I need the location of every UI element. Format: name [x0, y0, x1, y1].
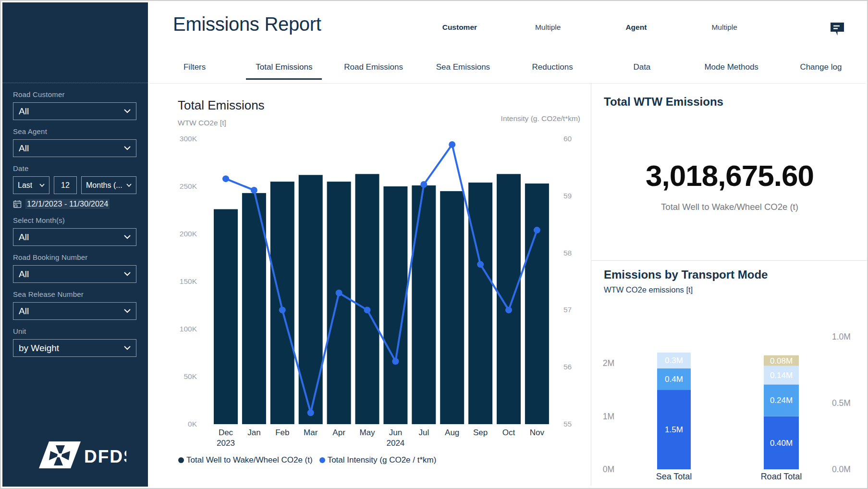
bar-oct[interactable] — [497, 174, 521, 424]
left-axis-tick: 200K — [180, 230, 197, 238]
bar-nov[interactable] — [525, 183, 549, 424]
date-mode-value: Last — [18, 181, 32, 190]
road-customer-label: Road Customer — [13, 90, 136, 98]
summary-customer-label: Customer — [416, 23, 504, 32]
left-axis-tick: 300K — [180, 134, 197, 143]
sidebar-filters: Road Customer All Sea Agent All Date Las… — [2, 83, 148, 357]
point-mar[interactable] — [307, 409, 314, 416]
stacked-bar-chart: 0M1M2M0.0M0.5M1.0M1.5M0.4M0.3MSea Total0… — [591, 307, 868, 489]
bar-feb[interactable] — [270, 182, 294, 424]
x-axis-month: May — [359, 428, 375, 437]
date-count-input[interactable]: 12 — [54, 176, 77, 194]
tab-sea-emissions[interactable]: Sea Emissions — [418, 57, 508, 83]
tab-change-log[interactable]: Change log — [776, 57, 866, 83]
stack-category-label: Road Total — [761, 472, 802, 481]
date-unit-value: Months (... — [86, 181, 122, 190]
summary-customer-value: Multiple — [504, 23, 592, 32]
point-nov[interactable] — [534, 227, 540, 233]
x-axis-month: Jun — [389, 428, 402, 437]
legend-dot — [178, 457, 184, 463]
legend-dot — [319, 457, 325, 463]
x-axis-year: 2024 — [386, 439, 404, 448]
left-axis-tick: 100K — [180, 325, 197, 333]
select-months-dropdown[interactable]: All — [13, 228, 136, 246]
x-axis-month: Feb — [275, 428, 289, 437]
stack-left-axis-tick: 2M — [603, 358, 614, 368]
left-axis-tick: 50K — [183, 372, 197, 380]
x-axis-month: Dec — [219, 428, 233, 437]
select-months-label: Select Month(s) — [13, 216, 136, 224]
stack-right-axis-tick: 1.0M — [832, 332, 851, 342]
summary-agent-label: Agent — [592, 23, 681, 32]
right-axis-tick: 59 — [563, 192, 572, 200]
right-axis-tick: 57 — [563, 306, 572, 314]
sea-release-value: All — [19, 306, 29, 317]
point-feb[interactable] — [279, 306, 286, 313]
point-jan[interactable] — [251, 187, 257, 194]
x-axis-month: Sep — [473, 428, 488, 437]
tab-filters[interactable]: Filters — [150, 57, 239, 83]
bar-jul[interactable] — [412, 185, 436, 424]
tab-data[interactable]: Data — [597, 57, 686, 83]
bar-aug[interactable] — [440, 191, 464, 424]
point-jun[interactable] — [392, 358, 399, 365]
date-range-text: 12/1/2023 - 11/30/2024 — [25, 199, 110, 209]
x-axis-month: Aug — [445, 428, 459, 437]
date-count-value: 12 — [61, 181, 70, 190]
point-oct[interactable] — [505, 306, 512, 313]
left-axis-tick: 250K — [180, 182, 197, 190]
x-axis-month: Nov — [530, 428, 545, 437]
tab-mode-methods[interactable]: Mode Methods — [687, 57, 776, 83]
bar-dec[interactable] — [214, 209, 238, 424]
chevron-down-icon — [124, 346, 131, 350]
road-booking-label: Road Booking Number — [13, 253, 136, 261]
bar-may[interactable] — [355, 174, 379, 424]
segment-label: 0.3M — [665, 356, 683, 365]
bar-mar[interactable] — [299, 175, 323, 424]
date-range-readout: 12/1/2023 - 11/30/2024 — [13, 199, 136, 209]
sea-release-label: Sea Release Number — [13, 290, 136, 298]
unit-value: by Weight — [19, 343, 59, 354]
legend-item-total-intensity-g-co2e-t-km[interactable]: Total Intensity (g CO2e / t*km) — [319, 455, 437, 465]
left-axis-tick: 150K — [180, 277, 197, 285]
segment-label: 1.5M — [665, 425, 683, 434]
road-customer-dropdown[interactable]: All — [13, 102, 136, 120]
point-jul[interactable] — [420, 181, 427, 188]
stack-right-axis-tick: 0.0M — [832, 465, 851, 474]
x-axis-month: Mar — [304, 428, 318, 437]
sea-agent-dropdown[interactable]: All — [13, 139, 136, 157]
point-apr[interactable] — [336, 290, 342, 296]
bar-apr[interactable] — [327, 182, 351, 424]
segment-label: 0.40M — [770, 439, 793, 448]
chevron-down-icon — [124, 309, 131, 313]
sea-agent-label: Sea Agent — [13, 127, 136, 135]
date-unit-dropdown[interactable]: Months (... — [81, 176, 136, 194]
point-may[interactable] — [364, 306, 371, 313]
sea-release-dropdown[interactable]: All — [13, 302, 136, 320]
bar-sep[interactable] — [468, 183, 492, 424]
left-axis-tick: 0K — [188, 420, 197, 428]
chevron-down-icon — [124, 109, 131, 113]
filter-sidebar: Road Customer All Sea Agent All Date Las… — [2, 2, 148, 487]
chevron-down-icon — [124, 146, 131, 150]
comment-icon[interactable] — [829, 22, 845, 39]
tab-road-emissions[interactable]: Road Emissions — [329, 57, 418, 83]
date-mode-dropdown[interactable]: Last — [13, 176, 49, 194]
right-axis-tick: 58 — [563, 249, 572, 257]
tab-total-emissions[interactable]: Total Emissions — [239, 57, 329, 83]
x-axis-month: Jul — [418, 428, 429, 437]
point-aug[interactable] — [449, 141, 455, 148]
emissions-report-page: Road Customer All Sea Agent All Date Las… — [0, 0, 868, 489]
segment-label: 0.08M — [770, 356, 793, 366]
page-title: Emissions Report — [173, 13, 321, 35]
tab-reductions[interactable]: Reductions — [508, 57, 597, 83]
legend-item-total-well-to-wake-wheel-co2e-t[interactable]: Total Well to Wake/Wheel CO2e (t) — [178, 455, 313, 465]
combo-chart-legend: Total Well to Wake/Wheel CO2e (t)Total I… — [178, 455, 436, 465]
road-booking-dropdown[interactable]: All — [13, 265, 136, 283]
point-dec[interactable] — [222, 175, 229, 182]
point-sep[interactable] — [477, 261, 484, 268]
dfds-logo-text: DFDS — [84, 447, 126, 466]
right-axis-tick: 56 — [563, 363, 572, 371]
unit-dropdown[interactable]: by Weight — [13, 339, 136, 357]
panel-divider-horizontal — [591, 260, 867, 261]
